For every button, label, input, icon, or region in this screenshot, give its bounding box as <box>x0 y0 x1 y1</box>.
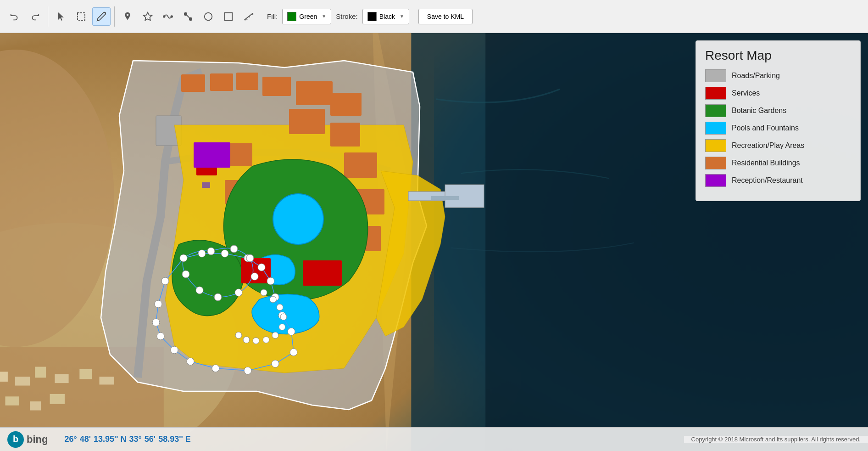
copyright-text: Copyright © 2018 Microsoft and its suppl… <box>684 436 868 443</box>
circle-tool-button[interactable] <box>199 7 217 26</box>
res-bldg-6 <box>289 109 325 134</box>
coordinates-display: 26° 48' 13.95'' N 33° 56' 58.93'' E <box>55 434 200 444</box>
fount-n6[interactable] <box>272 332 278 338</box>
node-f1[interactable] <box>207 248 215 255</box>
legend-label-recreation: Recreation/Play Areas <box>732 141 804 150</box>
node-16[interactable] <box>171 346 178 354</box>
fill-dropdown-arrow: ▼ <box>322 14 326 19</box>
legend-color-recreation <box>705 139 726 152</box>
res-bldg-1 <box>181 74 205 92</box>
fount-n2[interactable] <box>270 296 276 303</box>
legend-color-pools <box>705 122 726 135</box>
node-12[interactable] <box>272 360 279 367</box>
svg-point-21 <box>205 12 212 20</box>
small-struct <box>202 182 210 188</box>
node-f4[interactable] <box>251 273 258 280</box>
main-pool <box>273 194 323 244</box>
path-tool-button[interactable] <box>159 7 177 26</box>
res-bldg-3 <box>236 73 258 90</box>
undo-button[interactable] <box>6 7 24 26</box>
node-13[interactable] <box>244 367 251 374</box>
node-10[interactable] <box>288 328 295 335</box>
fount-n3[interactable] <box>277 304 283 310</box>
stroke-dropdown-arrow: ▼ <box>400 14 404 19</box>
toolbar: Fill: Green ▼ Stroke: Black ▼ Save to KM… <box>0 0 868 33</box>
select-tool-button[interactable] <box>52 7 70 26</box>
res-bldg-5 <box>296 81 333 105</box>
legend-item-roads: Roads/Parking <box>705 69 851 82</box>
legend-item-botanic: Botanic Gardens <box>705 104 851 117</box>
rectangle-select-button[interactable] <box>72 7 90 26</box>
node-2[interactable] <box>180 254 187 262</box>
legend-color-residential <box>705 157 726 169</box>
svg-rect-22 <box>225 12 233 20</box>
fill-label: Fill: <box>267 12 278 20</box>
legend-label-residential: Residential Buildings <box>732 159 800 167</box>
fount-n4[interactable] <box>280 314 287 320</box>
legend-label-reception: Reception/Restaurant <box>732 176 803 185</box>
legend-label-services: Services <box>732 89 760 97</box>
node-f2[interactable] <box>230 245 238 253</box>
stroke-color-name: Black <box>379 13 395 20</box>
fount-n8[interactable] <box>253 338 259 344</box>
node-6[interactable] <box>258 264 265 271</box>
node-1[interactable] <box>161 277 169 285</box>
toolbar-divider-1 <box>48 6 48 27</box>
fount-n5[interactable] <box>279 324 285 330</box>
node-17[interactable] <box>157 333 164 340</box>
reception-restaurant <box>194 142 230 168</box>
fount-n9[interactable] <box>243 337 250 343</box>
lat-min: 48' <box>80 434 91 444</box>
node-f6[interactable] <box>214 293 222 301</box>
legend-color-reception <box>705 174 726 187</box>
legend-label-botanic: Botanic Gardens <box>732 107 786 115</box>
bing-icon: b <box>7 431 24 448</box>
pin-tool-button[interactable] <box>118 7 137 26</box>
node-11[interactable] <box>290 349 297 356</box>
legend-panel: Resort Map Roads/Parking Services Botani… <box>696 40 861 201</box>
res-bldg-4 <box>262 77 291 96</box>
services-3 <box>303 260 342 286</box>
lon-deg: 33° <box>129 434 142 444</box>
toolbar-divider-2 <box>114 6 115 27</box>
stroke-label: Stroke: <box>336 12 358 20</box>
fount-n7[interactable] <box>263 337 269 343</box>
fount-n10[interactable] <box>235 332 242 338</box>
node-3[interactable] <box>198 250 206 257</box>
node-f8[interactable] <box>182 271 189 278</box>
redo-button[interactable] <box>26 7 44 26</box>
node-19[interactable] <box>155 300 162 308</box>
svg-point-16 <box>163 16 165 17</box>
node-18[interactable] <box>152 319 160 326</box>
rectangle-tool-button[interactable] <box>219 7 238 26</box>
bing-logo: b bing <box>0 431 55 448</box>
node-tool-button[interactable] <box>179 7 197 26</box>
node-f7[interactable] <box>196 287 203 294</box>
stroke-color-dropdown[interactable]: Black ▼ <box>362 9 409 24</box>
node-4[interactable] <box>221 250 228 257</box>
res-bldg-9 <box>344 152 377 178</box>
legend-title: Resort Map <box>705 48 851 63</box>
lat-deg: 26° <box>64 434 77 444</box>
node-14[interactable] <box>212 365 219 372</box>
draw-tool-button[interactable] <box>92 7 111 26</box>
save-kml-button[interactable]: Save to KML <box>418 9 473 24</box>
res-bldg-8 <box>330 123 360 147</box>
res-bldg-7 <box>330 93 362 116</box>
node-15[interactable] <box>187 358 194 365</box>
node-f3[interactable] <box>246 254 254 262</box>
fill-stroke-area: Fill: Green ▼ Stroke: Black ▼ Save to KM… <box>267 9 473 24</box>
route-tool-button[interactable] <box>139 7 157 26</box>
lat-sec: 13.95'' N <box>94 434 127 444</box>
fill-color-dropdown[interactable]: Green ▼ <box>282 9 331 24</box>
node-7[interactable] <box>267 277 274 285</box>
dock-arm <box>431 196 459 200</box>
fount-n1[interactable] <box>261 289 267 296</box>
lon-min: 56' <box>145 434 156 444</box>
node-f5[interactable] <box>235 289 242 296</box>
bing-label: bing <box>27 434 48 445</box>
legend-item-services: Services <box>705 87 851 100</box>
svg-marker-15 <box>144 12 152 20</box>
legend-color-services <box>705 87 726 100</box>
measure-tool-button[interactable] <box>239 7 258 26</box>
